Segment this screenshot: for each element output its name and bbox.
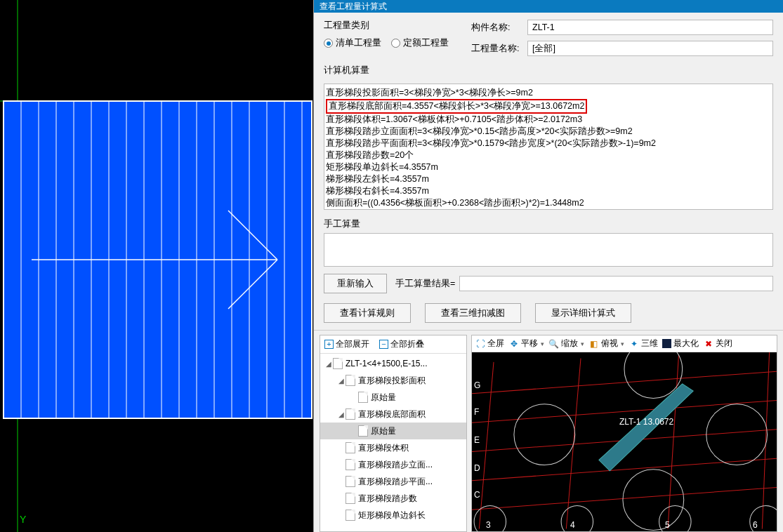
grid-label-d: D	[474, 463, 480, 473]
calc-line: 梯形梯段左斜长=4.3557m	[326, 173, 771, 185]
manual-result-label: 手工算量结果=	[395, 278, 455, 290]
minus-icon: −	[379, 340, 388, 349]
svg-line-28	[479, 362, 494, 529]
grid-label-6: 6	[753, 520, 758, 530]
svg-line-27	[472, 486, 777, 511]
grid-label-f: F	[474, 407, 479, 417]
quantity-name-label: 工程量名称:	[471, 43, 520, 55]
calc-line: 直形梯段踏步数=20个	[326, 149, 771, 161]
page-icon	[333, 358, 343, 369]
computer-calc-label: 计算机算量	[324, 65, 773, 77]
svg-point-38	[659, 505, 691, 531]
zoom-button[interactable]: 🔍缩放▾	[548, 338, 584, 350]
radio-norm-quantity[interactable]: 定额工程量	[391, 37, 449, 49]
tree-panel: +全部展开 −全部折叠 ◢ZLT-1<4+1500,E-15...◢直形梯段投影…	[320, 335, 467, 532]
manual-calc-label: 手工算量	[324, 218, 773, 230]
calc-line: 直形梯段体积=1.3067<梯板体积>+0.7105<踏步体积>=2.0172m…	[326, 114, 771, 126]
calculation-dialog: 查看工程量计算式 工程量类别 清单工程量 定额工程量 构件名称: 工程量名称:	[313, 0, 783, 532]
page-icon	[358, 425, 368, 437]
radio-bill-quantity[interactable]: 清单工程量	[324, 37, 381, 49]
svg-line-31	[762, 352, 769, 529]
page-icon	[346, 459, 355, 470]
three-icon: ✦	[629, 338, 639, 349]
fullscreen-icon: ⛶	[475, 338, 485, 349]
grid-label-4: 4	[570, 520, 575, 530]
tree-view[interactable]: ◢ZLT-1<4+1500,E-15...◢直形梯段投影面积原始量◢直形梯段底部…	[320, 354, 466, 531]
tree-item[interactable]: 矩形梯段单边斜长	[320, 507, 466, 524]
grid-label-5: 5	[665, 520, 670, 530]
tree-item[interactable]: ◢直形梯段投影面积	[320, 372, 466, 389]
manual-result-input[interactable]	[459, 276, 773, 291]
tree-item[interactable]: ◢ZLT-1<4+1500,E-15...	[320, 355, 466, 372]
page-icon	[346, 442, 355, 453]
axis-y-label: Y	[20, 514, 27, 525]
svg-point-37	[561, 505, 593, 531]
collapse-all-button[interactable]: −全部折叠	[379, 338, 424, 350]
page-icon	[346, 493, 355, 504]
plus-icon: +	[324, 340, 334, 349]
calc-line: 侧面面积=((0.4356<梯板面积>+0.2368<踏步面积>)*2)=1.3…	[326, 197, 771, 209]
view3d-panel: ⛶全屏 ✥平移▾ 🔍缩放▾ ◧俯视▾ ✦三维 最大化 ✖关闭	[471, 335, 777, 532]
calc-line: 直形梯段底部面积=4.3557<梯段斜长>*3<梯段净宽>=13.0672m2	[326, 99, 587, 114]
square-icon	[662, 339, 671, 348]
calc-line: 直形梯段踏步平面面积=3<梯段净宽>*0.1579<踏步宽度>*(20<实际踏步…	[326, 138, 771, 149]
tree-item[interactable]: 直形梯段体积	[320, 439, 466, 456]
fullscreen-button[interactable]: ⛶全屏	[475, 338, 504, 350]
pan-button[interactable]: ✥平移▾	[508, 338, 544, 350]
svg-line-30	[668, 355, 679, 529]
close-view-button[interactable]: ✖关闭	[703, 338, 732, 350]
pan-icon: ✥	[508, 338, 519, 349]
tree-item[interactable]: 原始量	[320, 389, 466, 406]
calc-line: 梯形梯段右斜长=4.3557m	[326, 185, 771, 197]
quantity-type-label: 工程量类别	[324, 20, 464, 32]
page-icon	[346, 476, 355, 487]
3dview-button[interactable]: ✦三维	[629, 338, 658, 350]
svg-point-35	[623, 470, 684, 531]
page-icon	[346, 510, 355, 521]
component-name-label: 构件名称:	[471, 22, 520, 34]
close-icon: ✖	[703, 338, 713, 349]
tree-item[interactable]: 直形梯段踏步立面...	[320, 456, 466, 473]
svg-point-33	[514, 404, 575, 465]
tree-item[interactable]: 直形梯段踏步数	[320, 490, 466, 507]
view-calc-rule-button[interactable]: 查看计算规则	[324, 303, 411, 323]
quantity-name-input[interactable]	[527, 41, 773, 56]
grid-label-e: E	[474, 435, 480, 445]
reinput-button[interactable]: 重新输入	[324, 274, 387, 293]
grid-label-c: C	[474, 490, 480, 500]
view-3d-deduction-button[interactable]: 查看三维扣减图	[425, 303, 521, 323]
svg-line-26	[472, 456, 777, 481]
calc-line: 直形梯段投影面积=3<梯段净宽>*3<梯段净长>=9m2	[326, 87, 771, 99]
component-name-input[interactable]	[527, 20, 773, 35]
element-label: ZLT-1 13.0672	[619, 417, 673, 427]
page-icon	[346, 408, 355, 420]
show-detail-formula-button[interactable]: 显示详细计算式	[535, 303, 631, 323]
page-icon	[358, 392, 368, 403]
tree-item[interactable]: 原始量	[320, 423, 466, 439]
svg-point-34	[706, 404, 768, 465]
svg-marker-40	[599, 384, 693, 471]
manual-calc-input[interactable]	[324, 233, 773, 267]
tree-item[interactable]: 直形梯段踏步平面...	[320, 473, 466, 490]
zoom-icon: 🔍	[548, 338, 559, 349]
calc-line: 矩形梯段单边斜长=4.3557m	[326, 161, 771, 173]
topview-button[interactable]: ◧俯视▾	[588, 338, 624, 350]
expand-all-button[interactable]: +全部展开	[324, 338, 369, 350]
dialog-title: 查看工程量计算式	[314, 0, 783, 13]
grid-label-g: G	[474, 380, 480, 390]
cad-viewport[interactable]: Y	[0, 0, 312, 532]
cube-icon: ◧	[588, 338, 599, 349]
calculation-formula-box[interactable]: 直形梯段投影面积=3<梯段净宽>*3<梯段净长>=9m2直形梯段底部面积=4.3…	[324, 84, 773, 210]
tree-item[interactable]: ◢直形梯段底部面积	[320, 406, 466, 423]
grid-label-3: 3	[486, 520, 491, 530]
calc-line: 直形梯段踏步立面面积=3<梯段净宽>*0.15<踏步高度>*20<实际踏步数>=…	[326, 126, 771, 138]
maximize-button[interactable]: 最大化	[662, 338, 699, 350]
page-icon	[346, 375, 355, 386]
view3d-canvas[interactable]: ZLT-1 13.0672 G F E D C 3 4 5 6	[472, 352, 777, 531]
